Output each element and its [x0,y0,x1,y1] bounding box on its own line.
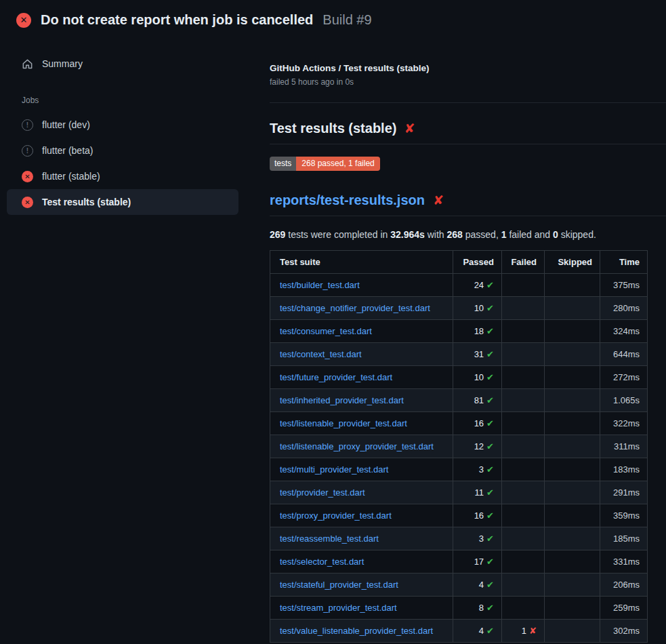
tests-badge: tests 268 passed, 1 failed [270,157,380,171]
summary-text: failed and [507,229,554,240]
table-row: test/multi_provider_test.dart 3✔ 183ms [270,458,648,481]
sidebar-item-label: flutter (beta) [42,145,93,156]
jobs-heading: Jobs [22,96,263,105]
sidebar-item-flutter-dev[interactable]: ! flutter (dev) [7,112,238,138]
failed-icon: ✕ [22,171,33,182]
sidebar-item-summary[interactable]: Summary [7,51,238,77]
badge-label: tests [270,157,296,171]
sidebar-item-label: Summary [42,58,83,69]
table-header-row: Test suite Passed Failed Skipped Time [270,251,648,274]
section-title: Test results (stable) ✘ [270,121,666,144]
time-cell: 1.065s [600,389,648,412]
summary-text: skipped. [558,229,596,240]
table-row: test/change_notifier_provider_test.dart … [270,297,648,320]
page-layout: Summary Jobs ! flutter (dev) ! flutter (… [0,39,666,643]
table-row: test/value_listenable_provider_test.dart… [270,620,648,643]
table-row: test/stream_provider_test.dart 8✔ 259ms [270,597,648,620]
time-cell: 259ms [600,597,648,620]
time-cell: 280ms [600,297,648,320]
test-table-body: test/builder_test.dart 24✔ 375ms test/ch… [270,274,648,643]
cancelled-icon: ! [22,119,33,131]
check-icon: ✔ [486,464,494,475]
summary-line: 269 tests were completed in 32.964s with… [270,229,666,240]
skipped-cell [545,320,600,343]
main-content: GitHub Actions / Test results (stable) f… [263,39,666,643]
skipped-cell [545,343,600,366]
failed-icon: ✕ [22,197,33,208]
sidebar: Summary Jobs ! flutter (dev) ! flutter (… [0,39,263,215]
test-suite-link[interactable]: test/listenable_proxy_provider_test.dart [280,441,434,451]
test-suite-link[interactable]: test/selector_test.dart [280,557,364,567]
test-suite-link[interactable]: test/future_provider_test.dart [280,372,392,382]
test-suite-link[interactable]: test/provider_test.dart [280,487,365,498]
skipped-cell [545,504,600,527]
failed-cell [502,573,545,597]
sidebar-item-label: flutter (dev) [42,119,90,130]
run-status-line: failed 5 hours ago in 0s [270,77,666,87]
skipped-cell [545,550,600,573]
col-time: Time [600,251,648,274]
passed-cell: 10✔ [453,366,502,389]
test-results-table: Test suite Passed Failed Skipped Time te… [270,250,648,643]
check-icon: ✔ [486,372,494,382]
failed-cell [502,504,545,527]
failed-cell [502,597,545,620]
test-suite-link[interactable]: test/builder_test.dart [280,280,360,290]
test-suite-link[interactable]: test/multi_provider_test.dart [280,464,388,475]
time-cell: 291ms [600,481,648,504]
skipped-cell [545,366,600,389]
test-suite-link[interactable]: test/reassemble_test.dart [280,534,379,544]
report-file-link[interactable]: reports/test-results.json [270,193,425,208]
skipped-cell [545,458,600,481]
table-row: test/listenable_provider_test.dart 16✔ 3… [270,412,648,435]
table-row: test/consumer_test.dart 18✔ 324ms [270,320,648,343]
summary-passed: 268 [447,229,463,240]
sidebar-item-test-results-stable[interactable]: ✕ Test results (stable) [7,189,238,215]
passed-cell: 16✔ [453,504,502,527]
time-cell: 324ms [600,320,648,343]
skipped-cell [545,389,600,412]
test-suite-link[interactable]: test/proxy_provider_test.dart [280,510,392,521]
time-cell: 331ms [600,550,648,573]
passed-cell: 10✔ [453,297,502,320]
breadcrumb: GitHub Actions / Test results (stable) [270,63,666,73]
sidebar-item-flutter-stable[interactable]: ✕ flutter (stable) [7,163,238,189]
check-icon: ✔ [486,510,494,521]
summary-duration: 32.964s [390,229,425,240]
time-cell: 302ms [600,620,648,643]
test-suite-link[interactable]: test/consumer_test.dart [280,326,372,336]
time-cell: 375ms [600,274,648,297]
table-row: test/selector_test.dart 17✔ 331ms [270,550,648,573]
failed-cell [502,412,545,435]
test-suite-link[interactable]: test/context_test.dart [280,349,362,359]
failed-cell [502,366,545,389]
run-title: Do not create report when job is cancell… [41,12,313,28]
run-header: ✕ Do not create report when job is cance… [0,0,666,39]
skipped-cell [545,274,600,297]
test-suite-link[interactable]: test/change_notifier_provider_test.dart [280,303,430,313]
time-cell: 644ms [600,343,648,366]
test-suite-link[interactable]: test/stream_provider_test.dart [280,603,397,613]
test-suite-link[interactable]: test/stateful_provider_test.dart [280,580,398,590]
sidebar-item-label: flutter (stable) [42,171,100,182]
time-cell: 359ms [600,504,648,527]
test-suite-link[interactable]: test/inherited_provider_test.dart [280,395,404,405]
badge-value: 268 passed, 1 failed [296,157,379,171]
cross-mark-icon: ✘ [404,122,415,135]
test-suite-link[interactable]: test/listenable_provider_test.dart [280,418,407,428]
fail-x-icon: ✘ [529,626,537,636]
skipped-cell [545,597,600,620]
check-icon: ✔ [486,326,494,336]
check-icon: ✔ [486,395,494,405]
sidebar-item-flutter-beta[interactable]: ! flutter (beta) [7,138,238,163]
check-icon: ✔ [486,626,494,636]
table-row: test/stateful_provider_test.dart 4✔ 206m… [270,573,648,597]
passed-cell: 3✔ [453,527,502,550]
check-icon: ✔ [486,557,494,567]
passed-cell: 18✔ [453,320,502,343]
passed-cell: 4✔ [453,620,502,643]
table-row: test/provider_test.dart 11✔ 291ms [270,481,648,504]
report-file-heading[interactable]: reports/test-results.json ✘ [270,193,666,216]
skipped-cell [545,412,600,435]
test-suite-link[interactable]: test/value_listenable_provider_test.dart [280,626,433,636]
